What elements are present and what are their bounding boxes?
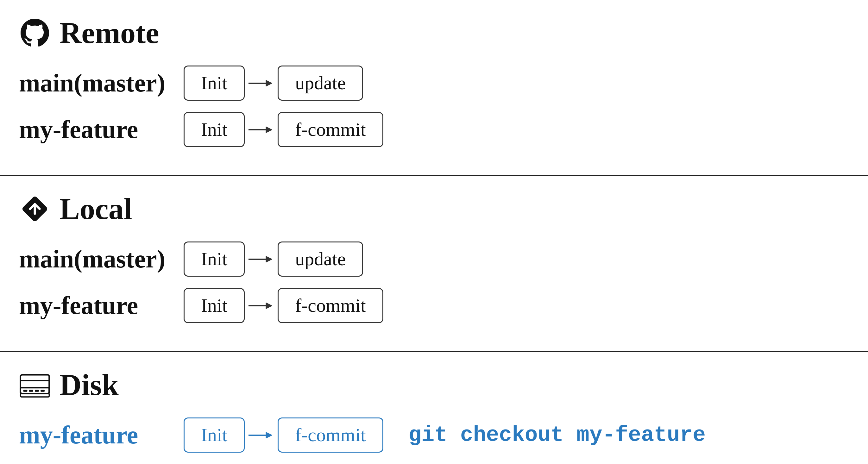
svg-rect-13	[35, 390, 39, 392]
svg-marker-3	[266, 127, 272, 133]
svg-rect-14	[40, 390, 44, 392]
local-main-arrow-1	[248, 253, 274, 266]
svg-rect-16	[21, 394, 50, 397]
local-main-branch-row: main(master) Init update	[19, 242, 849, 277]
remote-feature-label: my-feature	[19, 115, 171, 144]
disk-feature-label: my-feature	[19, 421, 171, 450]
disk-feature-arrow-1	[248, 429, 274, 441]
local-main-chain: Init update	[184, 242, 363, 277]
local-feature-fcommit: f-commit	[278, 288, 383, 323]
remote-feature-arrow-1	[248, 123, 274, 136]
local-main-init: Init	[184, 242, 245, 277]
svg-marker-18	[266, 432, 272, 438]
svg-rect-12	[29, 390, 33, 392]
local-feature-branch-row: my-feature Init f-commit	[19, 288, 849, 323]
remote-main-arrow-1	[248, 77, 274, 90]
svg-marker-8	[266, 303, 272, 309]
disk-section: Disk my-feature Init f-commit git checko…	[0, 352, 868, 464]
remote-feature-init: Init	[184, 112, 245, 147]
disk-icon	[19, 371, 51, 399]
remote-section: Remote main(master) Init update my-featu…	[0, 0, 868, 176]
remote-header: Remote	[19, 15, 849, 50]
local-section: Local main(master) Init update my-featur…	[0, 176, 868, 352]
local-feature-arrow-1	[248, 300, 274, 312]
remote-feature-branch-row: my-feature Init f-commit	[19, 112, 849, 147]
remote-main-update: update	[278, 65, 363, 101]
svg-rect-11	[24, 390, 28, 392]
github-icon	[19, 17, 51, 49]
local-title: Local	[60, 191, 132, 226]
remote-main-label: main(master)	[19, 69, 171, 97]
svg-marker-6	[266, 256, 272, 262]
remote-main-branch-row: main(master) Init update	[19, 65, 849, 101]
local-main-label: main(master)	[19, 245, 171, 274]
disk-feature-chain: Init f-commit	[184, 417, 383, 453]
git-icon	[19, 193, 51, 225]
svg-marker-1	[266, 80, 272, 86]
local-feature-init: Init	[184, 288, 245, 323]
disk-title: Disk	[60, 367, 119, 402]
disk-feature-init: Init	[184, 417, 245, 453]
disk-header: Disk	[19, 367, 849, 402]
remote-main-init: Init	[184, 65, 245, 101]
local-header: Local	[19, 191, 849, 226]
remote-feature-chain: Init f-commit	[184, 112, 383, 147]
disk-git-command: git checkout my-feature	[409, 423, 706, 447]
remote-feature-fcommit: f-commit	[278, 112, 383, 147]
local-feature-chain: Init f-commit	[184, 288, 383, 323]
disk-feature-branch-row: my-feature Init f-commit git checkout my…	[19, 417, 849, 453]
local-main-update: update	[278, 242, 363, 277]
disk-feature-fcommit: f-commit	[278, 417, 383, 453]
remote-title: Remote	[60, 15, 159, 50]
remote-main-chain: Init update	[184, 65, 363, 101]
local-feature-label: my-feature	[19, 291, 171, 320]
